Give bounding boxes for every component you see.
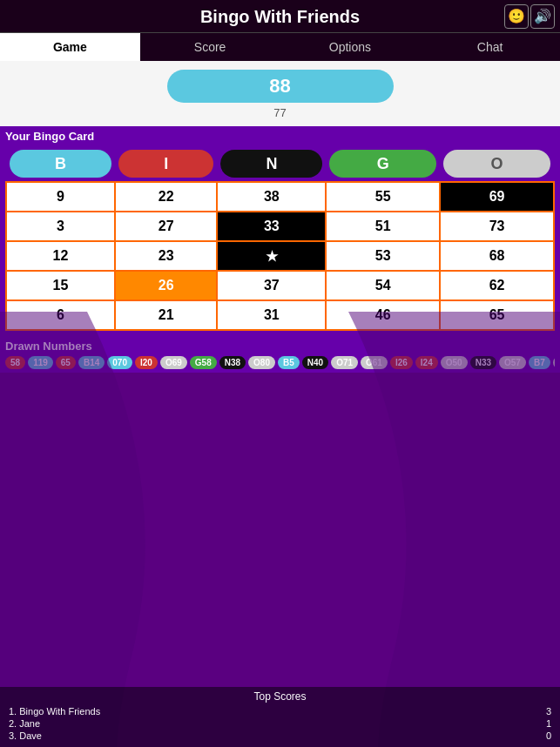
tab-score[interactable]: Score bbox=[140, 32, 280, 61]
bingo-cell-1-4[interactable]: 73 bbox=[440, 212, 554, 241]
drawn-chip: 119 bbox=[28, 356, 53, 369]
drawn-chip: 070 bbox=[107, 356, 132, 369]
col-header-b: B bbox=[6, 146, 115, 182]
score-rank: 2. Jane bbox=[9, 718, 40, 729]
o-oval: O bbox=[443, 150, 550, 178]
drawn-chip: B14 bbox=[78, 356, 105, 369]
col-header-n: N bbox=[217, 146, 326, 182]
drawn-numbers-section: Drawn Numbers 5811965B14070I20O69G58N38O… bbox=[0, 336, 560, 373]
bingo-cell-3-3[interactable]: 54 bbox=[326, 271, 440, 300]
drawn-chip: B5 bbox=[278, 356, 300, 369]
bingo-cell-3-2[interactable]: 37 bbox=[217, 271, 326, 300]
drawn-chip: O50 bbox=[441, 356, 468, 369]
col-header-o: O bbox=[440, 146, 554, 182]
drawn-chip: 65 bbox=[56, 356, 76, 369]
bingo-cell-1-0[interactable]: 3 bbox=[6, 212, 115, 241]
bingo-cell-0-2[interactable]: 38 bbox=[217, 182, 326, 212]
bingo-cell-3-4[interactable]: 62 bbox=[440, 271, 554, 300]
drawn-chip: N33 bbox=[470, 356, 496, 369]
drawn-chip: O69 bbox=[160, 356, 187, 369]
i-oval: I bbox=[118, 150, 214, 178]
bingo-cell-0-4[interactable]: 69 bbox=[440, 182, 554, 212]
tab-options[interactable]: Options bbox=[280, 32, 421, 61]
n-oval: N bbox=[220, 150, 322, 178]
bingo-card-label: Your Bingo Card bbox=[5, 130, 555, 143]
bingo-cell-3-0[interactable]: 15 bbox=[6, 271, 115, 300]
drawn-chip: N40 bbox=[302, 356, 328, 369]
bingo-cell-2-0[interactable]: 12 bbox=[6, 241, 115, 271]
score-value: 0 bbox=[546, 730, 551, 741]
col-header-i: I bbox=[115, 146, 218, 182]
bingo-cell-1-3[interactable]: 51 bbox=[326, 212, 440, 241]
bingo-table: B I N G O 9223855693273351731223★5368152… bbox=[5, 146, 555, 331]
drawn-chip: I26 bbox=[390, 356, 413, 369]
bg-decoration bbox=[0, 312, 560, 747]
bingo-cell-4-0[interactable]: 6 bbox=[6, 300, 115, 330]
score-row: 2. Jane1 bbox=[9, 717, 551, 730]
bingo-cell-4-1[interactable]: 21 bbox=[115, 300, 218, 330]
score-value: 1 bbox=[546, 718, 551, 729]
drawn-chip: 58 bbox=[5, 356, 25, 369]
b-oval: B bbox=[10, 150, 111, 178]
drawn-numbers-row: 5811965B14070I20O69G58N38O80B5N40O71O61I… bbox=[5, 356, 555, 369]
score-rank: 3. Dave bbox=[9, 730, 42, 741]
bingo-cell-4-4[interactable]: 65 bbox=[440, 300, 554, 330]
emoji-button[interactable]: 🙂 bbox=[504, 4, 529, 29]
drawn-chip: O71 bbox=[331, 356, 358, 369]
app-header: Bingo With Friends 🙂 🔊 bbox=[0, 0, 560, 32]
bingo-cell-4-2[interactable]: 31 bbox=[217, 300, 326, 330]
bingo-cell-4-3[interactable]: 46 bbox=[326, 300, 440, 330]
drawn-chip: B7 bbox=[529, 356, 550, 369]
bingo-cell-1-2[interactable]: 33 bbox=[217, 212, 326, 241]
g-oval: G bbox=[329, 150, 436, 178]
drawn-chip: O80 bbox=[248, 356, 275, 369]
bingo-cell-3-1[interactable]: 26 bbox=[115, 271, 218, 300]
score-row: 3. Dave0 bbox=[9, 730, 551, 742]
drawn-chip: O57 bbox=[499, 356, 526, 369]
bingo-cell-1-1[interactable]: 27 bbox=[115, 212, 218, 241]
tab-game[interactable]: Game bbox=[0, 32, 140, 61]
score-rank: 1. Bingo With Friends bbox=[9, 706, 100, 717]
drawn-chip: I24 bbox=[415, 356, 438, 369]
current-number-container: 88 77 bbox=[0, 61, 560, 126]
bingo-cell-2-1[interactable]: 23 bbox=[115, 241, 218, 271]
bottom-scores: Top Scores 1. Bingo With Friends32. Jane… bbox=[0, 687, 560, 747]
header-icons: 🙂 🔊 bbox=[504, 4, 555, 29]
nav-tabs: Game Score Options Chat bbox=[0, 32, 560, 61]
drawn-chip: N38 bbox=[219, 356, 246, 369]
drawn-numbers-label: Drawn Numbers bbox=[5, 340, 555, 353]
drawn-chip: O59 bbox=[553, 356, 555, 369]
drawn-chip: G58 bbox=[190, 356, 217, 369]
bingo-cell-2-4[interactable]: 68 bbox=[440, 241, 554, 271]
score-row: 1. Bingo With Friends3 bbox=[9, 705, 551, 717]
bingo-card-section: Your Bingo Card B I N G O bbox=[0, 126, 560, 336]
col-header-g: G bbox=[326, 146, 440, 182]
bingo-cell-2-2[interactable]: ★ bbox=[217, 241, 326, 271]
bingo-cell-0-1[interactable]: 22 bbox=[115, 182, 218, 212]
volume-button[interactable]: 🔊 bbox=[530, 4, 555, 29]
app-title: Bingo With Friends bbox=[0, 7, 560, 27]
drawn-chip: I20 bbox=[135, 356, 158, 369]
top-scores-title: Top Scores bbox=[9, 690, 551, 703]
bingo-cell-0-3[interactable]: 55 bbox=[326, 182, 440, 212]
bingo-tbody: 9223855693273351731223★53681526375462621… bbox=[6, 182, 554, 330]
previous-number: 77 bbox=[273, 106, 286, 119]
score-value: 3 bbox=[546, 706, 551, 717]
tab-chat[interactable]: Chat bbox=[420, 32, 560, 61]
drawn-chip: O61 bbox=[361, 356, 388, 369]
bingo-cell-0-0[interactable]: 9 bbox=[6, 182, 115, 212]
bingo-cell-2-3[interactable]: 53 bbox=[326, 241, 440, 271]
current-number-display: 88 bbox=[167, 70, 394, 103]
scores-list: 1. Bingo With Friends32. Jane13. Dave0 bbox=[9, 705, 551, 742]
